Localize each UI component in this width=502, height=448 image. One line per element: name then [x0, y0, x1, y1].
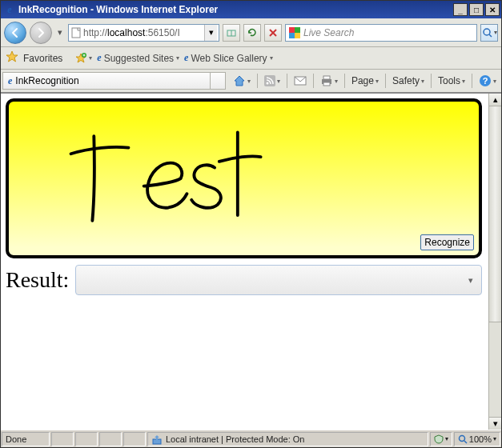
svg-rect-12: [323, 76, 330, 79]
page-menu[interactable]: Page ▾: [351, 75, 379, 86]
svg-rect-17: [156, 436, 158, 440]
search-provider-icon: [289, 27, 300, 38]
chevron-down-icon: ▾: [468, 275, 473, 286]
status-cell-2: [75, 432, 98, 446]
browser-window: e InkRecognition - Windows Internet Expl…: [0, 0, 502, 448]
window-title: InkRecognition - Windows Internet Explor…: [18, 4, 453, 15]
tools-menu[interactable]: Tools ▾: [438, 75, 465, 86]
search-go-button[interactable]: ▾: [480, 24, 498, 42]
compat-view-button[interactable]: [223, 24, 240, 42]
zoom-control[interactable]: 100% ▾: [454, 432, 500, 446]
svg-rect-5: [295, 33, 300, 38]
status-security-cell[interactable]: ▾: [430, 432, 452, 446]
safety-menu[interactable]: Safety ▾: [392, 75, 424, 86]
suggested-sites-link[interactable]: e Suggested Sites ▾: [97, 52, 179, 64]
page-icon: [70, 27, 82, 38]
status-zone: Local intranet | Protected Mode: On: [147, 432, 428, 446]
tab-row: e InkRecognition ▾ ▾ ▾ Page: [1, 70, 501, 92]
refresh-button[interactable]: [243, 24, 261, 42]
tab-title: InkRecognition: [15, 75, 78, 86]
svg-rect-2: [289, 27, 295, 33]
tab-inkrecognition[interactable]: e InkRecognition: [2, 72, 211, 90]
web-slice-gallery-link[interactable]: e Web Slice Gallery ▾: [184, 52, 272, 64]
favorites-label[interactable]: Favorites: [23, 53, 62, 64]
svg-point-6: [484, 29, 490, 35]
help-button[interactable]: ? ▾: [479, 74, 496, 87]
recognize-button[interactable]: Recognize: [420, 234, 474, 250]
scroll-thumb[interactable]: [489, 106, 501, 322]
status-bar: Done Local intranet | Protected Mode: On…: [1, 430, 501, 447]
minimize-button[interactable]: _: [453, 3, 468, 16]
scroll-track[interactable]: [489, 322, 501, 417]
address-bar[interactable]: http://localhost:56150/I ▾: [68, 24, 219, 42]
svg-point-9: [266, 82, 268, 85]
forward-button[interactable]: [30, 22, 52, 44]
status-cell-3: [99, 432, 122, 446]
page-body: Recognize Result: ▾: [1, 94, 488, 430]
print-button[interactable]: ▾: [320, 75, 338, 86]
home-button[interactable]: ▾: [233, 74, 251, 87]
search-box[interactable]: Live Search: [285, 24, 477, 42]
status-done: Done: [2, 432, 50, 446]
svg-point-18: [459, 435, 464, 441]
svg-rect-3: [295, 27, 300, 33]
read-mail-button[interactable]: [294, 76, 307, 86]
stop-button[interactable]: [264, 24, 282, 42]
feeds-button[interactable]: ▾: [264, 75, 280, 86]
svg-rect-0: [72, 28, 80, 38]
nav-toolbar: ▾ http://localhost:56150/I ▾: [1, 18, 501, 47]
status-cell-4: [123, 432, 146, 446]
svg-rect-13: [323, 82, 330, 86]
back-button[interactable]: [4, 22, 26, 44]
close-button[interactable]: ✕: [485, 3, 500, 16]
scroll-down-button[interactable]: ▾: [489, 417, 501, 430]
result-dropdown[interactable]: ▾: [75, 265, 482, 295]
vertical-scrollbar[interactable]: ▴ ▾: [488, 94, 501, 430]
result-label: Result:: [6, 267, 69, 293]
scroll-up-button[interactable]: ▴: [489, 94, 501, 106]
tab-favicon: e: [8, 75, 12, 87]
maximize-button[interactable]: □: [469, 3, 484, 16]
result-row: Result: ▾: [6, 265, 482, 295]
add-to-favorites-bar[interactable]: ▾: [75, 53, 92, 64]
svg-text:?: ?: [483, 76, 488, 86]
zoom-value: 100%: [469, 434, 492, 444]
favorites-star-icon: [6, 50, 18, 66]
search-placeholder: Live Search: [303, 27, 473, 38]
content-area: Recognize Result: ▾ ▴ ▾: [1, 92, 501, 430]
ie-icon: e: [4, 4, 15, 15]
command-bar: ▾ ▾ ▾ Page ▾ Safety ▾ Tools ▾: [233, 74, 500, 88]
new-tab-button[interactable]: [210, 72, 226, 90]
address-dropdown[interactable]: ▾: [204, 25, 217, 41]
svg-rect-4: [289, 33, 295, 38]
titlebar: e InkRecognition - Windows Internet Expl…: [1, 1, 501, 18]
status-cell-1: [51, 432, 74, 446]
zone-icon: [151, 434, 163, 445]
zoom-icon: [458, 434, 468, 444]
nav-history-dropdown[interactable]: ▾: [55, 25, 65, 41]
address-text: http://localhost:56150/I: [83, 27, 203, 38]
handwriting-ink: [9, 102, 479, 255]
ink-canvas[interactable]: Recognize: [6, 98, 482, 258]
favorites-bar: Favorites ▾ e Suggested Sites ▾ e Web Sl…: [1, 47, 501, 70]
